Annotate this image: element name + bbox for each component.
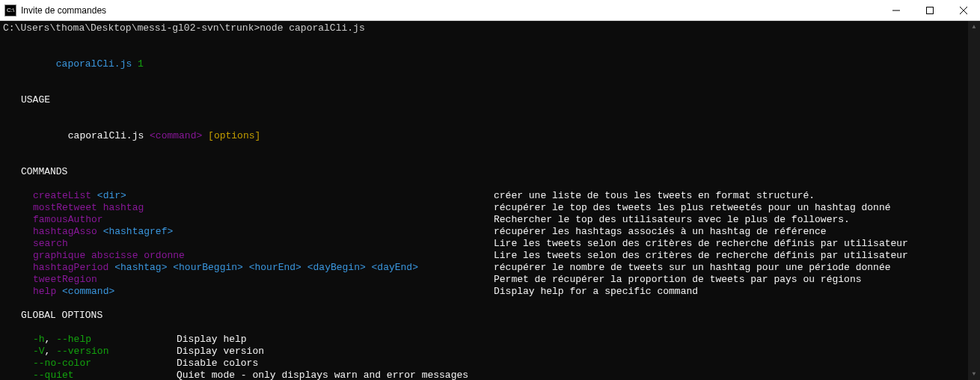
command-name: search: [33, 238, 68, 249]
scrollbar-down-icon[interactable]: ▼: [968, 368, 980, 380]
command-description: récupérer le top des tweets les plus ret…: [494, 202, 891, 214]
usage-line: caporalCli.js <command> [options]: [3, 118, 965, 154]
svg-rect-1: [926, 7, 933, 13]
command-row: tweetRegionPermet de récupérer la propor…: [3, 274, 965, 286]
command-name: createList: [33, 190, 91, 201]
command-name: graphique: [33, 250, 85, 261]
terminal-body[interactable]: C:\Users\thoma\Desktop\messi-gl02-svn\tr…: [0, 21, 980, 380]
prompt-line: C:\Users\thoma\Desktop\messi-gl02-svn\tr…: [3, 22, 965, 34]
command-arg: <hourBeggin>: [173, 262, 243, 273]
command-description: Permet de récupérer la proportion de twe…: [494, 274, 861, 286]
command-arg: <command>: [62, 286, 114, 297]
option-flag: --version: [56, 346, 108, 357]
command-description: Rechercher le top des utilisateurs avec …: [494, 214, 850, 226]
option-row: --quietQuiet mode - only displays warn a…: [3, 370, 965, 380]
option-description: Display help: [177, 334, 247, 346]
global-options-heading: GLOBAL OPTIONS: [3, 310, 965, 322]
window-titlebar: C:\ Invite de commandes: [0, 0, 980, 21]
titlebar-controls: [879, 0, 980, 21]
option-row: -h, --helpDisplay help: [3, 334, 965, 346]
command-row: mostRetweet hashtagrécupérer le top des …: [3, 202, 965, 214]
command-arg: hashtag: [103, 202, 144, 213]
option-row: --no-colorDisable colors: [3, 358, 965, 370]
command-row: graphique abscisse ordonneLire les tweet…: [3, 250, 965, 262]
command-arg: <hashtagref>: [103, 226, 174, 237]
command-arg: <hashtag>: [114, 262, 167, 273]
option-flag: -h: [33, 334, 45, 345]
scrollbar-up-icon[interactable]: ▲: [968, 21, 980, 33]
command-name: hashtagAsso: [33, 226, 97, 237]
command-row: searchLire les tweets selon des critères…: [3, 238, 965, 250]
command-row: help <command>Display help for a specifi…: [3, 286, 965, 298]
command-name: tweetRegion: [33, 274, 97, 285]
option-flag: --no-color: [33, 358, 91, 369]
maximize-button[interactable]: [913, 0, 946, 21]
command-arg: <dayBegin>: [307, 262, 366, 273]
program-header: caporalCli.js 1: [3, 46, 965, 82]
option-flag: --quiet: [33, 370, 74, 380]
command-name: help: [33, 286, 56, 297]
command-name: mostRetweet: [33, 202, 97, 213]
command-name: hashtagPeriod: [33, 262, 108, 273]
command-description: Lire les tweets selon des critères de re…: [494, 250, 908, 262]
command-description: Lire les tweets selon des critères de re…: [494, 238, 908, 250]
command-row: famousAuthorRechercher le top des utilis…: [3, 214, 965, 226]
option-description: Display version: [177, 346, 264, 358]
usage-heading: USAGE: [3, 94, 965, 106]
command-description: créer une liste de tous les tweets en fo…: [494, 190, 815, 202]
command-description: récupérer les hashtags associés à un has…: [494, 226, 827, 238]
scrollbar[interactable]: ▲ ▼: [968, 21, 980, 380]
command-row: hashtagAsso <hashtagref>récupérer les ha…: [3, 226, 965, 238]
commands-heading: COMMANDS: [3, 166, 965, 178]
command-row: hashtagPeriod <hashtag> <hourBeggin> <ho…: [3, 262, 965, 274]
command-description: Display help for a specific command: [494, 286, 698, 298]
minimize-button[interactable]: [879, 0, 913, 21]
command-name: famousAuthor: [33, 214, 103, 225]
command-description: récupérer le nombre de tweets sur un has…: [494, 262, 891, 274]
option-flag: --help: [56, 334, 91, 345]
option-flag: -V: [33, 346, 45, 357]
command-arg: <dir>: [97, 190, 126, 201]
option-row: -V, --versionDisplay version: [3, 346, 965, 358]
command-row: createList <dir>créer une liste de tous …: [3, 190, 965, 202]
cmd-icon: C:\: [4, 4, 16, 16]
window-title: Invite de commandes: [21, 5, 106, 16]
option-description: Disable colors: [177, 358, 258, 370]
command-arg: abscisse: [91, 250, 138, 261]
close-button[interactable]: [946, 0, 980, 21]
titlebar-left: C:\ Invite de commandes: [0, 4, 106, 16]
command-arg: ordonne: [144, 250, 185, 261]
option-description: Quiet mode - only displays warn and erro…: [177, 370, 468, 380]
command-arg: <hourEnd>: [249, 262, 301, 273]
command-arg: <dayEnd>: [372, 262, 418, 273]
